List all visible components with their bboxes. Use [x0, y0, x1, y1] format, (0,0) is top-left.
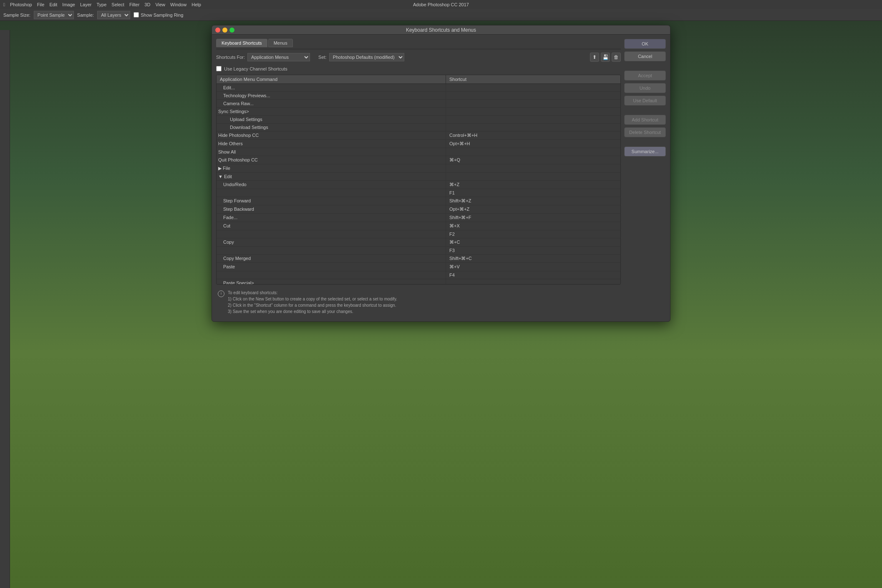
- info-text: To edit keyboard shortcuts: 1) Click on …: [228, 290, 397, 315]
- cell-shortcut: [446, 124, 620, 131]
- table-row[interactable]: Paste⌘+V: [217, 263, 620, 271]
- table-row[interactable]: ▼ Edit: [217, 173, 620, 181]
- cell-command: Edit...: [217, 84, 446, 91]
- cell-command: Undo/Redo: [217, 181, 446, 189]
- tab-menus[interactable]: Menus: [268, 39, 293, 47]
- cell-command: Show All: [217, 148, 446, 156]
- table-row[interactable]: Cut⌘+X: [217, 222, 620, 230]
- table-row[interactable]: F2: [217, 230, 620, 238]
- delete-shortcut-button[interactable]: Delete Shortcut: [624, 127, 666, 137]
- dialog-tabs: Keyboard Shortcuts Menus: [216, 39, 621, 49]
- table-row[interactable]: Camera Raw...: [217, 100, 620, 108]
- table-row[interactable]: Upload Settings: [217, 116, 620, 124]
- use-default-button[interactable]: Use Default: [624, 96, 666, 106]
- shortcut-table: Application Menu Command Shortcut Edit..…: [216, 75, 621, 285]
- cancel-button[interactable]: Cancel: [624, 51, 666, 61]
- cell-shortcut: [446, 279, 620, 284]
- info-line1: To edit keyboard shortcuts:: [228, 290, 397, 296]
- legacy-label: Use Legacy Channel Shortcuts: [224, 66, 287, 71]
- shortcuts-for-label: Shortcuts For:: [216, 55, 245, 60]
- set-label: Set:: [318, 55, 327, 60]
- minimize-button[interactable]: [222, 28, 227, 33]
- cell-shortcut: [446, 108, 620, 115]
- cell-shortcut: ⌘+Z: [446, 181, 620, 189]
- table-row[interactable]: Hide OthersOpt+⌘+H: [217, 140, 620, 148]
- table-row[interactable]: Paste Special>: [217, 279, 620, 284]
- save-set-icon[interactable]: 💾: [601, 53, 610, 62]
- dialog-titlebar: Keyboard Shortcuts and Menus: [212, 25, 670, 35]
- cell-shortcut: ⌘+X: [446, 222, 620, 230]
- table-row[interactable]: ▶ File: [217, 164, 620, 173]
- cell-command: Copy Merged: [217, 255, 446, 262]
- cell-shortcut: [446, 164, 620, 172]
- table-row[interactable]: Copy⌘+C: [217, 238, 620, 247]
- delete-set-icon[interactable]: 🗑: [612, 53, 621, 62]
- cell-shortcut: Control+⌘+H: [446, 131, 620, 139]
- cell-command: Upload Settings: [217, 116, 446, 123]
- close-button[interactable]: [215, 28, 220, 33]
- summarize-button[interactable]: Summarize...: [624, 146, 666, 156]
- cell-shortcut: ⌘+Q: [446, 156, 620, 164]
- cell-command: Camera Raw...: [217, 100, 446, 107]
- table-body[interactable]: Edit...Technology Previews...Camera Raw.…: [217, 84, 620, 284]
- cell-command: Hide Photoshop CC: [217, 131, 446, 139]
- table-row[interactable]: Undo/Redo⌘+Z: [217, 181, 620, 189]
- maximize-button[interactable]: [229, 28, 234, 33]
- legacy-checkbox[interactable]: [216, 66, 222, 71]
- cell-shortcut: ⌘+V: [446, 263, 620, 271]
- cell-command: Step Backward: [217, 205, 446, 213]
- cell-command: ▶ File: [217, 164, 446, 172]
- table-row[interactable]: Quit Photoshop CC⌘+Q: [217, 156, 620, 164]
- dialog-title: Keyboard Shortcuts and Menus: [406, 27, 476, 33]
- cell-command: Fade...: [217, 214, 446, 222]
- cell-command: Paste Special>: [217, 279, 446, 284]
- tab-keyboard-shortcuts[interactable]: Keyboard Shortcuts: [216, 39, 267, 47]
- cell-command: ▼ Edit: [217, 173, 446, 180]
- header-command: Application Menu Command: [217, 75, 446, 83]
- table-row[interactable]: F1: [217, 189, 620, 197]
- cell-shortcut: F3: [446, 247, 620, 254]
- cell-command: [217, 230, 446, 238]
- cell-shortcut: [446, 92, 620, 99]
- undo-button[interactable]: Undo: [624, 83, 666, 93]
- cell-shortcut: [446, 173, 620, 180]
- legacy-row: Use Legacy Channel Shortcuts: [216, 65, 621, 72]
- table-row[interactable]: Copy MergedShift+⌘+C: [217, 255, 620, 263]
- set-select[interactable]: Photoshop Defaults (modified): [329, 53, 404, 61]
- cell-command: Copy: [217, 238, 446, 246]
- table-row[interactable]: Edit...: [217, 84, 620, 92]
- table-row[interactable]: Technology Previews...: [217, 92, 620, 100]
- info-line2: 1) Click on the New Set button to create…: [228, 296, 397, 302]
- header-shortcut: Shortcut: [446, 75, 620, 83]
- shortcuts-for-select[interactable]: Application Menus: [247, 53, 310, 61]
- table-row[interactable]: Download Settings: [217, 124, 620, 131]
- accept-button[interactable]: Accept: [624, 71, 666, 81]
- cell-shortcut: Shift+⌘+F: [446, 214, 620, 222]
- cell-command: [217, 271, 446, 279]
- cell-shortcut: [446, 84, 620, 91]
- cell-command: Hide Others: [217, 140, 446, 148]
- add-shortcut-button[interactable]: Add Shortcut: [624, 115, 666, 125]
- table-row[interactable]: F3: [217, 247, 620, 255]
- cell-shortcut: [446, 100, 620, 107]
- table-row[interactable]: Sync Settings>: [217, 108, 620, 116]
- cell-command: Sync Settings>: [217, 108, 446, 115]
- new-set-icon[interactable]: ⬆: [590, 53, 599, 62]
- right-panel: OK Cancel Accept Undo Use Default Add Sh…: [624, 39, 666, 317]
- table-row[interactable]: Step ForwardShift+⌘+Z: [217, 197, 620, 205]
- table-row[interactable]: Hide Photoshop CCControl+⌘+H: [217, 131, 620, 140]
- cell-shortcut: Shift+⌘+C: [446, 255, 620, 262]
- keyboard-shortcuts-dialog: Keyboard Shortcuts and Menus Keyboard Sh…: [212, 25, 670, 322]
- dialog-main-content: Keyboard Shortcuts Menus Shortcuts For: …: [216, 39, 621, 317]
- info-box: i To edit keyboard shortcuts: 1) Click o…: [216, 287, 621, 317]
- table-header: Application Menu Command Shortcut: [217, 75, 620, 84]
- table-row[interactable]: Fade...Shift+⌘+F: [217, 214, 620, 222]
- cell-command: [217, 247, 446, 254]
- table-row[interactable]: Step BackwardOpt+⌘+Z: [217, 205, 620, 214]
- table-row[interactable]: Show All: [217, 148, 620, 156]
- cell-command: Technology Previews...: [217, 92, 446, 99]
- ok-button[interactable]: OK: [624, 39, 666, 49]
- table-row[interactable]: F4: [217, 271, 620, 279]
- info-line3: 2) Click in the "Shortcut" column for a …: [228, 302, 397, 308]
- info-icon: i: [218, 290, 224, 297]
